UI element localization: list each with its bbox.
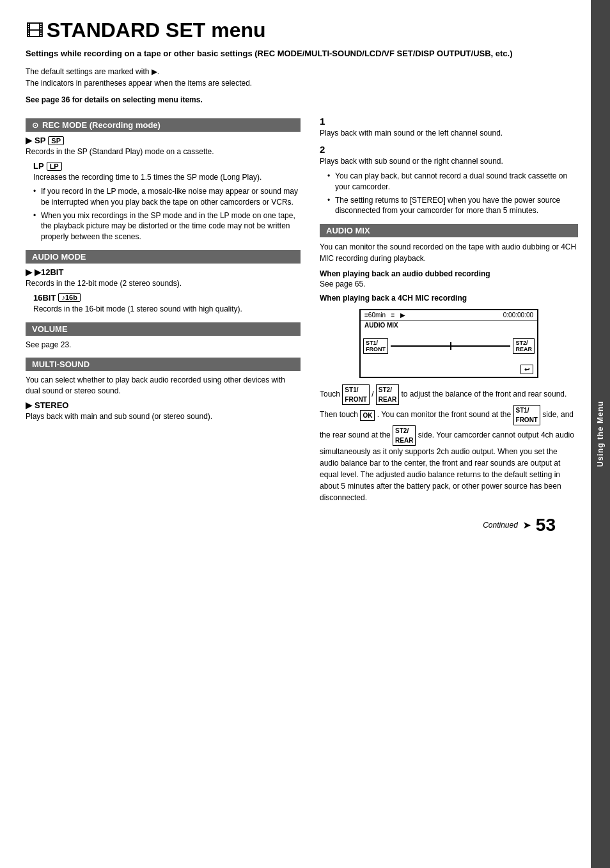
- number-2-heading: 2: [320, 144, 578, 155]
- st1-front-badge: ST1/FRONT: [363, 338, 388, 354]
- st2-rear-badge: ST2/REAR: [513, 338, 535, 354]
- rec-mode-section-header: ⊙ REC MODE (Recording mode): [26, 118, 301, 132]
- continued-arrow: ➤: [523, 520, 531, 530]
- 16bit-desc: Records in the 16-bit mode (1 stereo sou…: [33, 304, 301, 315]
- 16bit-badge: ♪16b: [58, 293, 80, 302]
- stereo-label: STEREO: [35, 400, 68, 410]
- sidebar-label: Using the Menu: [596, 401, 605, 467]
- page-title: STANDARD SET menu: [47, 19, 266, 42]
- rec-icon: ⊙: [32, 121, 38, 130]
- left-column: ⊙ REC MODE (Recording mode) ▶ SP SP Reco…: [26, 111, 313, 849]
- 16bit-item: 16BIT ♪16b: [33, 293, 301, 303]
- display-audio-mix-label: AUDIO MIX: [361, 320, 537, 330]
- audio-mix-desc: You can monitor the sound recorded on th…: [320, 241, 578, 264]
- display-ok-area: ↩: [361, 362, 537, 377]
- intro-line1: The default settings are marked with ▶. …: [26, 66, 578, 89]
- display-slider-area: ST1/FRONT ST2/REAR: [361, 330, 537, 362]
- sp-label: SP: [35, 136, 45, 145]
- continued-text: Continued: [483, 521, 518, 530]
- st1-front-inline-badge: ST1/FRONT: [342, 384, 369, 405]
- ok-inline-badge: OK: [360, 410, 375, 421]
- number-1-desc: Plays back with main sound or the left c…: [320, 128, 578, 139]
- sp-badge: SP: [48, 136, 64, 145]
- audio-dubbed-desc: See page 65.: [320, 280, 578, 288]
- display-slider-line: [391, 345, 510, 347]
- header-subtitle: Settings while recording on a tape or ot…: [26, 48, 578, 59]
- number-1-heading: 1: [320, 116, 578, 127]
- display-top-left: ≡60min ≡ ▶: [364, 312, 405, 319]
- volume-section-header: VOLUME: [26, 322, 301, 336]
- 12bit-label: ▶12BIT: [35, 267, 63, 277]
- number-1-item: 1 Plays back with main sound or the left…: [320, 116, 578, 139]
- display-ok-button: ↩: [520, 365, 533, 374]
- see-page-link: See page 36 for details on selecting men…: [26, 94, 578, 106]
- display-mockup: ≡60min ≡ ▶ 0:00:00:00 AUDIO MIX ST1/FRON…: [359, 309, 538, 378]
- 4ch-mic-title: When playing back a 4CH MIC recording: [320, 294, 578, 303]
- cassette-icon: 🎞: [26, 20, 43, 42]
- audio-dubbed-title: When playing back an audio dubbed record…: [320, 269, 578, 278]
- page-number: 53: [536, 515, 556, 535]
- stereo-desc: Plays back with main and sub sound (or s…: [26, 411, 301, 422]
- number-2-desc: Plays back with sub sound or the right c…: [320, 156, 578, 167]
- stereo-item: ▶ STEREO: [26, 400, 301, 410]
- st2-rear-inline-badge2: ST2/REAR: [393, 425, 416, 446]
- volume-desc: See page 23.: [26, 340, 301, 351]
- st2-rear-inline-badge: ST2/REAR: [376, 384, 399, 405]
- display-slider-marker: [450, 342, 451, 350]
- lp-label: LP: [33, 161, 44, 171]
- touch-label: Touch: [320, 390, 342, 398]
- right-bullet-2: The setting returns to [STEREO] when you…: [327, 195, 578, 217]
- rec-mode-bullet-2: When you mix recordings in the SP mode a…: [33, 210, 301, 242]
- sp-item: ▶ SP SP: [26, 136, 301, 145]
- st1-front-inline-badge2: ST1/FRONT: [513, 405, 540, 425]
- 16bit-label: 16BIT: [33, 293, 56, 303]
- rec-mode-bullets: If you record in the LP mode, a mosaic-l…: [33, 186, 301, 242]
- 12bit-item: ▶ ▶12BIT: [26, 267, 301, 277]
- sidebar: Using the Menu: [591, 0, 610, 868]
- lp-desc: Increases the recording time to 1.5 time…: [33, 172, 301, 183]
- multi-sound-desc: You can select whether to play back audi…: [26, 375, 301, 397]
- sp-desc: Records in the SP (Standard Play) mode o…: [26, 146, 301, 157]
- audio-mode-section-header: AUDIO MODE: [26, 250, 301, 264]
- audio-mix-section-header: AUDIO MIX: [320, 224, 578, 237]
- lp-item: LP LP: [33, 161, 301, 171]
- number-2-item: 2 Plays back with sub sound or the right…: [320, 144, 578, 167]
- rec-mode-bullet-1: If you record in the LP mode, a mosaic-l…: [33, 186, 301, 208]
- right-bullet-1: You can play back, but cannot record a d…: [327, 171, 578, 193]
- display-top-bar: ≡60min ≡ ▶ 0:00:00:00: [361, 310, 537, 320]
- right-bullets: You can play back, but cannot record a d…: [327, 171, 578, 216]
- multi-sound-section-header: MULTI-SOUND: [26, 358, 301, 371]
- 12bit-desc: Records in the 12-bit mode (2 stereo sou…: [26, 278, 301, 289]
- right-column: 1 Plays back with main sound or the left…: [313, 111, 578, 849]
- page-footer: Continued ➤ 53: [320, 509, 578, 535]
- page-header: 🎞 STANDARD SET menu: [26, 19, 578, 42]
- lp-badge: LP: [47, 162, 62, 171]
- display-top-right: 0:00:00:00: [503, 312, 533, 319]
- touch-paragraph: Touch ST1/FRONT / ST2/REAR to adjust the…: [320, 384, 578, 503]
